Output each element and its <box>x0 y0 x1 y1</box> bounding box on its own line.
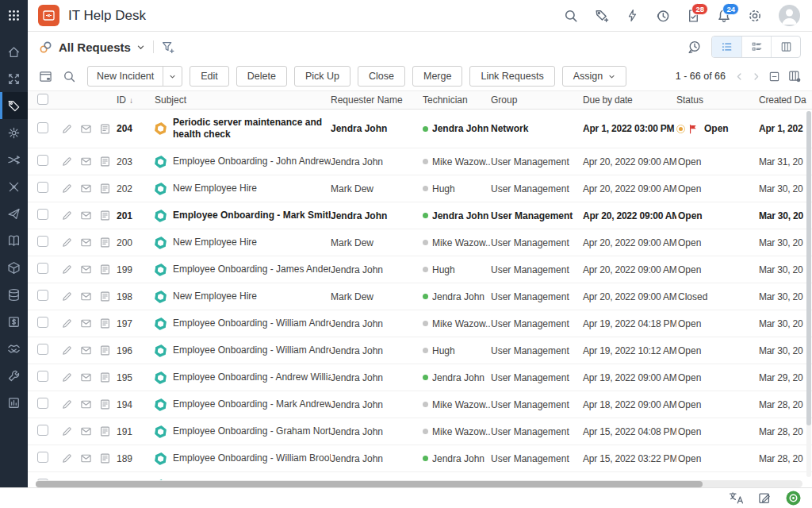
row-email-icon[interactable] <box>80 425 92 437</box>
table-row[interactable]: 201 Employee Onboarding - Mark Smith Jen… <box>28 202 812 229</box>
request-subject[interactable]: Employee Onboarding - Andrew Williams <box>173 371 331 383</box>
row-edit-icon[interactable] <box>61 237 73 248</box>
view-title[interactable]: All Requests <box>59 40 131 54</box>
row-email-icon[interactable] <box>80 237 92 248</box>
list-view-button[interactable] <box>712 37 741 57</box>
sidebar-item-contracts[interactable] <box>0 335 28 362</box>
row-checkbox[interactable] <box>37 398 48 409</box>
sidebar-item-changes[interactable] <box>0 146 28 173</box>
translate-icon[interactable] <box>729 491 744 505</box>
row-email-icon[interactable] <box>80 123 92 135</box>
row-notes-icon[interactable] <box>99 156 111 167</box>
request-id[interactable]: 203 <box>117 156 155 167</box>
row-edit-icon[interactable] <box>61 210 73 221</box>
request-subject[interactable]: Employee Onboarding - Graham Norton <box>173 425 331 437</box>
request-subject[interactable]: New Employee Hire <box>173 291 257 302</box>
sidebar-item-home[interactable] <box>0 38 28 65</box>
column-header-requester[interactable]: Requester Name <box>331 94 423 106</box>
row-edit-icon[interactable] <box>61 398 73 410</box>
request-id[interactable]: 189 <box>117 453 155 464</box>
request-subject[interactable]: Periodic server maintenance and health c… <box>173 117 331 140</box>
user-avatar[interactable] <box>779 5 800 26</box>
approvals-icon[interactable]: 28 <box>687 9 700 23</box>
row-notes-icon[interactable] <box>99 291 111 302</box>
row-notes-icon[interactable] <box>99 264 111 275</box>
filter-add-icon[interactable] <box>162 40 175 54</box>
row-email-icon[interactable] <box>80 183 92 194</box>
pickup-button[interactable]: Pick Up <box>294 66 350 87</box>
quick-create-icon[interactable] <box>595 9 609 23</box>
row-notes-icon[interactable] <box>99 318 111 329</box>
sidebar-item-releases[interactable] <box>0 200 28 227</box>
sidebar-item-projects[interactable] <box>0 173 28 200</box>
horizontal-scrollbar[interactable] <box>36 480 802 487</box>
request-subject[interactable]: Employee Onboarding - James Anderson <box>173 264 331 275</box>
row-edit-icon[interactable] <box>61 371 73 383</box>
row-notes-icon[interactable] <box>99 237 111 248</box>
column-chooser-icon[interactable] <box>788 70 801 83</box>
row-checkbox[interactable] <box>37 452 48 463</box>
row-checkbox[interactable] <box>37 263 48 274</box>
sidebar-item-purchase[interactable] <box>0 308 28 335</box>
request-id[interactable]: 200 <box>117 237 155 248</box>
request-id[interactable]: 198 <box>117 291 155 302</box>
sidebar-item-solutions[interactable] <box>0 227 28 254</box>
table-row[interactable]: 194 Employee Onboarding - Mark Andrews J… <box>28 391 812 418</box>
request-subject[interactable]: New Employee Hire <box>173 237 257 248</box>
row-checkbox[interactable] <box>37 155 48 166</box>
row-notes-icon[interactable] <box>99 183 111 194</box>
row-email-icon[interactable] <box>80 344 92 356</box>
sla-timer-icon[interactable] <box>687 40 702 55</box>
table-row[interactable]: 195 Employee Onboarding - Andrew William… <box>28 364 812 391</box>
table-row[interactable]: 204 Periodic server maintenance and heal… <box>28 110 812 148</box>
sidebar-item-requests[interactable] <box>0 92 28 119</box>
row-edit-icon[interactable] <box>61 291 73 302</box>
row-checkbox[interactable] <box>37 290 48 301</box>
search-icon[interactable] <box>564 9 578 23</box>
column-header-status[interactable]: Status <box>676 94 753 106</box>
assign-button[interactable]: Assign <box>562 66 627 87</box>
row-checkbox[interactable] <box>37 344 48 355</box>
row-checkbox[interactable] <box>37 182 48 193</box>
row-email-icon[interactable] <box>80 452 92 464</box>
row-checkbox[interactable] <box>37 425 48 436</box>
row-edit-icon[interactable] <box>61 264 73 275</box>
table-row[interactable]: 203 Employee Onboarding - John Andrews J… <box>28 148 812 175</box>
column-view-button[interactable] <box>771 37 800 57</box>
notifications-bell-icon[interactable]: 24 <box>717 9 731 23</box>
request-id[interactable]: 194 <box>117 399 155 410</box>
row-notes-icon[interactable] <box>99 210 111 221</box>
prev-page-icon[interactable] <box>735 72 744 81</box>
sidebar-item-dashboard[interactable] <box>0 65 28 92</box>
request-id[interactable]: 191 <box>117 426 155 437</box>
sidebar-item-problems[interactable] <box>0 119 28 146</box>
history-icon[interactable] <box>656 9 670 23</box>
row-checkbox[interactable] <box>37 317 48 328</box>
row-notes-icon[interactable] <box>99 371 111 383</box>
row-edit-icon[interactable] <box>61 452 73 464</box>
row-edit-icon[interactable] <box>61 183 73 194</box>
request-subject[interactable]: Employee Onboarding - John Andrews <box>173 156 331 167</box>
table-row[interactable]: 187 Employee Onboarding - Michael Willia… <box>28 472 812 480</box>
table-row[interactable]: 202 New Employee Hire Mark Dew Hugh User… <box>28 175 812 202</box>
request-id[interactable]: 197 <box>117 318 155 329</box>
row-email-icon[interactable] <box>80 264 92 275</box>
row-checkbox[interactable] <box>37 371 48 382</box>
support-chat-icon[interactable] <box>786 491 801 506</box>
row-notes-icon[interactable] <box>99 123 111 135</box>
delete-button[interactable]: Delete <box>236 66 287 87</box>
row-edit-icon[interactable] <box>61 123 73 135</box>
go-to-page-icon[interactable] <box>768 71 780 83</box>
request-id[interactable]: 196 <box>117 345 155 356</box>
column-header-subject[interactable]: Subject <box>155 94 331 106</box>
request-id[interactable]: 202 <box>117 183 155 194</box>
row-edit-icon[interactable] <box>61 425 73 437</box>
zap-icon[interactable] <box>626 9 639 22</box>
column-header-technician[interactable]: Technician <box>423 94 491 106</box>
row-edit-icon[interactable] <box>61 156 73 167</box>
edit-button[interactable]: Edit <box>190 66 229 87</box>
merge-button[interactable]: Merge <box>412 66 462 87</box>
request-id[interactable]: 201 <box>117 210 155 221</box>
table-row[interactable]: 197 Employee Onboarding - William Andrew… <box>28 310 812 337</box>
row-notes-icon[interactable] <box>99 452 111 464</box>
